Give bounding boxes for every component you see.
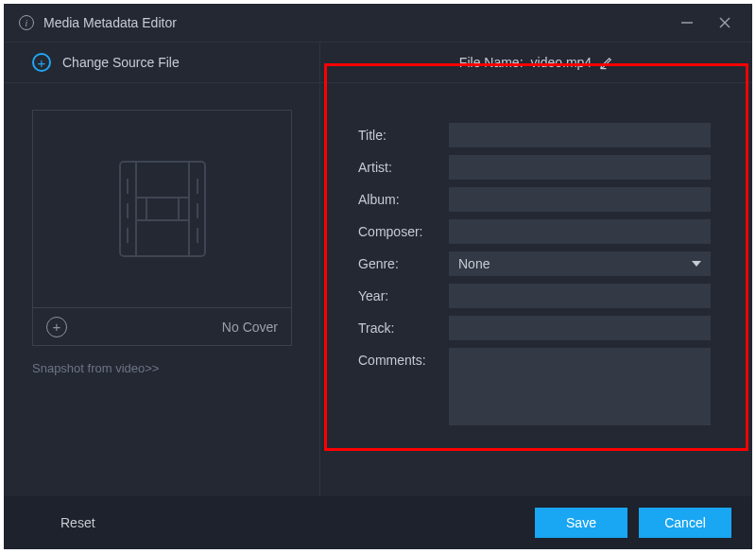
metadata-form: Title: Artist: Album: Composer: Genre:: [320, 104, 731, 425]
svg-rect-4: [120, 162, 205, 256]
plus-circle-icon: +: [32, 53, 51, 72]
field-composer: Composer:: [358, 219, 711, 244]
field-genre: Genre: None: [358, 251, 711, 276]
label-artist: Artist:: [358, 155, 443, 175]
change-source-button[interactable]: + Change Source File: [4, 43, 320, 82]
select-genre-value: None: [458, 256, 490, 271]
input-album[interactable]: [449, 187, 711, 212]
title-bar: i Media Metadata Editor: [4, 4, 752, 42]
cover-box: + No Cover: [32, 110, 292, 346]
footer-bar: Reset Save Cancel: [4, 496, 752, 549]
label-album: Album:: [358, 187, 443, 207]
reset-button[interactable]: Reset: [51, 510, 105, 536]
toolbar: + Change Source File File Name: video.mp…: [4, 42, 752, 83]
cover-footer: + No Cover: [33, 307, 291, 345]
input-comments[interactable]: [449, 348, 711, 425]
input-year[interactable]: [449, 284, 711, 308]
cover-preview: [33, 111, 291, 307]
info-icon: i: [19, 15, 34, 30]
edit-filename-button[interactable]: [599, 56, 613, 70]
no-cover-label: No Cover: [222, 320, 278, 335]
close-button[interactable]: [711, 9, 739, 37]
field-track: Track:: [358, 316, 711, 340]
label-composer: Composer:: [358, 219, 443, 239]
window-title: Media Metadata Editor: [43, 15, 177, 30]
label-comments: Comments:: [358, 348, 443, 368]
field-artist: Artist:: [358, 155, 711, 180]
filename-label: File Name:: [459, 55, 524, 70]
snapshot-from-video-link[interactable]: Snapshot from video>>: [32, 361, 291, 375]
cancel-button[interactable]: Cancel: [639, 508, 731, 538]
label-year: Year:: [358, 284, 443, 303]
field-title: Title:: [358, 123, 711, 147]
pencil-icon: [599, 56, 613, 70]
film-icon: [111, 152, 215, 266]
filename-value: video.mp4: [531, 55, 593, 70]
input-title[interactable]: [449, 123, 711, 147]
save-button[interactable]: Save: [535, 508, 627, 538]
change-source-label: Change Source File: [62, 55, 180, 70]
select-genre[interactable]: None: [449, 251, 711, 276]
app-window: i Media Metadata Editor + Change Source …: [4, 4, 752, 549]
main-area: + No Cover Snapshot from video>> Title: …: [4, 83, 752, 496]
filename-display: File Name: video.mp4: [320, 43, 752, 82]
input-artist[interactable]: [449, 155, 711, 180]
field-comments: Comments:: [358, 348, 711, 425]
metadata-form-panel: Title: Artist: Album: Composer: Genre:: [320, 83, 752, 496]
add-cover-button[interactable]: +: [46, 317, 67, 337]
label-track: Track:: [358, 316, 443, 336]
chevron-down-icon: [692, 261, 701, 267]
label-title: Title:: [358, 123, 443, 143]
cover-panel: + No Cover Snapshot from video>>: [4, 83, 320, 496]
input-composer[interactable]: [449, 219, 711, 244]
label-genre: Genre:: [358, 251, 443, 271]
field-year: Year:: [358, 284, 711, 308]
minimize-button[interactable]: [673, 9, 701, 37]
input-track[interactable]: [449, 316, 711, 340]
svg-rect-13: [146, 198, 179, 220]
field-album: Album:: [358, 187, 711, 212]
